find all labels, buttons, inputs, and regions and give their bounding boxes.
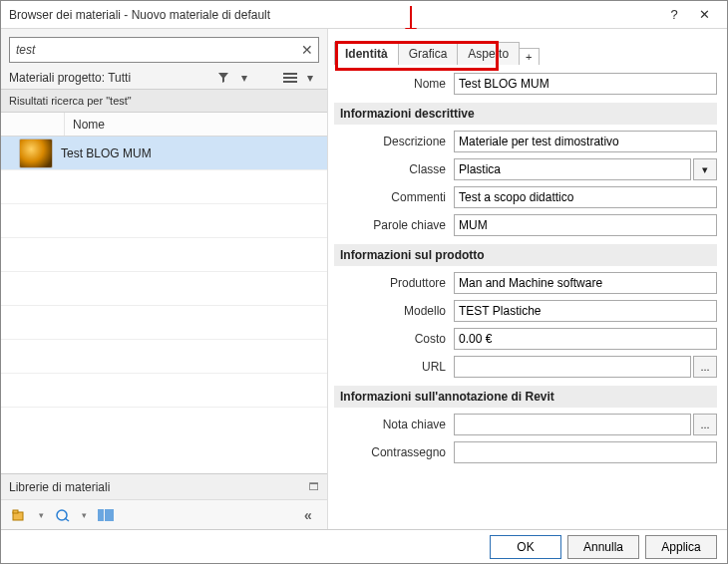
help-button[interactable]: ? bbox=[659, 4, 689, 26]
view-options-icon[interactable] bbox=[283, 72, 301, 84]
svg-rect-0 bbox=[283, 73, 297, 75]
layout-button[interactable] bbox=[93, 504, 119, 526]
bottom-toolstrip: ▾ ▾ « bbox=[1, 499, 327, 529]
project-filter-bar[interactable]: Materiali progetto: Tutti ▾ ▾ bbox=[1, 67, 327, 89]
column-name[interactable]: Nome bbox=[65, 118, 327, 132]
model-input[interactable] bbox=[454, 300, 717, 322]
keynote-input[interactable] bbox=[454, 414, 691, 435]
libraries-label: Librerie di materiali bbox=[9, 480, 309, 494]
svg-rect-6 bbox=[98, 509, 104, 521]
dialog-button-bar: OK Annulla Applica bbox=[1, 529, 727, 563]
left-panel: ✕ Materiali progetto: Tutti ▾ ▾ Risultat… bbox=[1, 29, 328, 529]
list-item[interactable] bbox=[1, 272, 327, 306]
cost-label: Costo bbox=[334, 332, 454, 346]
manufacturer-input[interactable] bbox=[454, 272, 717, 294]
open-library-button[interactable] bbox=[50, 504, 76, 526]
comments-label: Commenti bbox=[334, 190, 454, 204]
toolstrip-dropdown-1[interactable]: ▾ bbox=[39, 510, 44, 520]
url-label: URL bbox=[334, 360, 454, 374]
toolstrip-dropdown-2[interactable]: ▾ bbox=[82, 510, 87, 520]
view-dropdown-icon[interactable]: ▾ bbox=[301, 71, 319, 85]
svg-rect-4 bbox=[13, 510, 18, 513]
column-header: Nome bbox=[1, 113, 327, 137]
right-panel: Identità Grafica Aspetto + Nome Informaz… bbox=[328, 29, 727, 529]
clear-search-icon[interactable]: ✕ bbox=[296, 42, 318, 58]
manufacturer-label: Produttore bbox=[334, 276, 454, 290]
material-name: Test BLOG MUM bbox=[61, 146, 327, 160]
tab-row: Identità Grafica Aspetto + bbox=[334, 37, 727, 65]
list-item[interactable]: Test BLOG MUM bbox=[1, 137, 327, 170]
class-label: Classe bbox=[334, 162, 454, 176]
section-revit: Informazioni sull'annotazione di Revit bbox=[334, 386, 717, 408]
list-item[interactable] bbox=[1, 238, 327, 272]
name-label: Nome bbox=[334, 77, 454, 91]
tab-add[interactable]: + bbox=[519, 48, 539, 65]
material-thumbnail bbox=[19, 139, 53, 168]
list-item[interactable] bbox=[1, 204, 327, 238]
titlebar: Browser dei materiali - Nuovo materiale … bbox=[1, 1, 727, 29]
ok-button[interactable]: OK bbox=[490, 535, 561, 559]
name-input[interactable] bbox=[454, 73, 717, 95]
tab-appearance[interactable]: Aspetto bbox=[457, 42, 520, 65]
description-input[interactable] bbox=[454, 131, 717, 152]
window-title: Browser dei materiali - Nuovo materiale … bbox=[9, 8, 659, 22]
mark-input[interactable] bbox=[454, 441, 717, 463]
svg-rect-1 bbox=[283, 77, 297, 79]
close-button[interactable]: ✕ bbox=[689, 4, 719, 26]
list-item[interactable] bbox=[1, 374, 327, 408]
search-box[interactable]: ✕ bbox=[9, 37, 319, 63]
results-list[interactable]: Test BLOG MUM bbox=[1, 137, 327, 473]
tab-identity[interactable]: Identità bbox=[334, 42, 399, 65]
results-header: Risultati ricerca per "test" bbox=[1, 89, 327, 113]
description-label: Descrizione bbox=[334, 135, 454, 148]
identity-form: Nome Informazioni descrittive Descrizion… bbox=[328, 65, 727, 529]
keywords-label: Parole chiave bbox=[334, 218, 454, 232]
list-item[interactable] bbox=[1, 170, 327, 204]
url-browse-button[interactable]: ... bbox=[693, 356, 717, 378]
list-item[interactable] bbox=[1, 306, 327, 340]
collapse-panel-button[interactable]: « bbox=[295, 504, 321, 526]
search-input[interactable] bbox=[10, 43, 296, 57]
project-filter-label: Materiali progetto: Tutti bbox=[9, 71, 217, 85]
class-dropdown-button[interactable]: ▾ bbox=[693, 158, 717, 180]
apply-button[interactable]: Applica bbox=[645, 535, 717, 559]
tab-graphics[interactable]: Grafica bbox=[398, 42, 459, 65]
keynote-browse-button[interactable]: ... bbox=[693, 414, 717, 435]
filter-dropdown-icon[interactable]: ▾ bbox=[235, 71, 253, 85]
list-item[interactable] bbox=[1, 340, 327, 374]
libraries-header[interactable]: Librerie di materiali 🗖 bbox=[1, 473, 327, 499]
section-product: Informazioni sul prodotto bbox=[334, 244, 717, 266]
cost-input[interactable] bbox=[454, 328, 717, 350]
svg-rect-7 bbox=[105, 509, 114, 521]
svg-rect-2 bbox=[283, 81, 297, 83]
url-input[interactable] bbox=[454, 356, 691, 378]
keynote-label: Nota chiave bbox=[334, 418, 454, 431]
mark-label: Contrassegno bbox=[334, 445, 454, 459]
cancel-button[interactable]: Annulla bbox=[567, 535, 639, 559]
filter-icon[interactable] bbox=[217, 72, 235, 84]
section-descriptive: Informazioni descrittive bbox=[334, 103, 717, 125]
keywords-input[interactable] bbox=[454, 214, 717, 236]
model-label: Modello bbox=[334, 304, 454, 318]
comments-input[interactable] bbox=[454, 186, 717, 208]
class-input[interactable] bbox=[454, 158, 691, 180]
expand-libraries-icon[interactable]: 🗖 bbox=[309, 481, 319, 492]
new-material-button[interactable] bbox=[7, 504, 33, 526]
